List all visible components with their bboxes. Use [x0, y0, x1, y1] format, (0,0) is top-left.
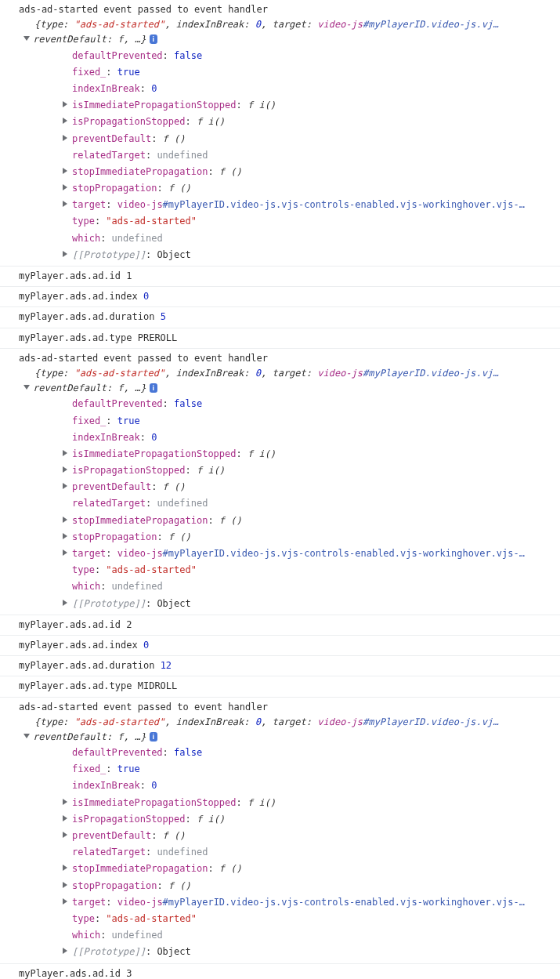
property-row[interactable]: target: video-js#myPlayerID.video-js.vjs…: [63, 546, 560, 562]
property-row[interactable]: indexInBreak: 0: [63, 778, 560, 794]
property-value: Object: [157, 946, 190, 957]
property-row[interactable]: isImmediatePropagationStopped: f i(): [63, 97, 560, 114]
property-row[interactable]: target: video-js#myPlayerID.video-js.vjs…: [63, 894, 560, 911]
property-row[interactable]: indexInBreak: 0: [63, 430, 560, 446]
property-row[interactable]: which: undefined: [63, 927, 560, 944]
expand-icon[interactable]: [63, 832, 67, 838]
expand-icon[interactable]: [63, 135, 67, 141]
property-key: target: [72, 199, 106, 210]
log-entry[interactable]: myPlayer.ads.ad.index 0: [0, 636, 560, 656]
log-entry[interactable]: myPlayer.ads.ad.index 0: [0, 287, 560, 307]
property-value: f (): [219, 515, 242, 526]
property-row[interactable]: preventDefault: f (): [63, 828, 560, 844]
object-summary-line2[interactable]: reventDefault: f, …}i: [19, 730, 560, 745]
property-row[interactable]: isPropagationStopped: f i(): [63, 114, 560, 130]
expand-icon[interactable]: [63, 168, 67, 174]
expand-icon[interactable]: [63, 450, 67, 456]
property-row[interactable]: type: "ads-ad-started": [63, 911, 560, 927]
property-row[interactable]: target: video-js#myPlayerID.video-js.vjs…: [63, 197, 560, 213]
object-summary-line2[interactable]: reventDefault: f, …}i: [19, 32, 560, 47]
info-badge-icon[interactable]: i: [150, 383, 158, 393]
property-row[interactable]: which: undefined: [63, 230, 560, 247]
property-row[interactable]: fixed_: true: [63, 413, 560, 430]
object-summary[interactable]: {type: "ads-ad-started", indexInBreak: 0…: [19, 17, 560, 32]
object-summary[interactable]: {type: "ads-ad-started", indexInBreak: 0…: [19, 715, 560, 730]
property-row[interactable]: stopPropagation: f (): [63, 878, 560, 894]
property-row[interactable]: preventDefault: f (): [63, 479, 560, 495]
property-row[interactable]: indexInBreak: 0: [63, 81, 560, 97]
property-row[interactable]: fixed_: true: [63, 64, 560, 81]
log-entry[interactable]: myPlayer.ads.ad.id 2: [0, 615, 560, 636]
property-value: f (): [168, 880, 191, 891]
property-value: "ads-ad-started": [106, 216, 197, 227]
expand-icon[interactable]: [63, 799, 67, 805]
log-entry-object[interactable]: ads-ad-started event passed to event han…: [0, 698, 560, 964]
property-row[interactable]: isImmediatePropagationStopped: f i(): [63, 446, 560, 462]
property-key: target: [72, 897, 106, 908]
object-summary[interactable]: {type: "ads-ad-started", indexInBreak: 0…: [19, 366, 560, 381]
log-entry[interactable]: myPlayer.ads.ad.type MIDROLL: [0, 676, 560, 697]
info-badge-icon[interactable]: i: [150, 732, 158, 742]
expand-icon[interactable]: [63, 815, 67, 821]
expand-icon[interactable]: [63, 533, 67, 539]
log-entry[interactable]: myPlayer.ads.ad.duration 5: [0, 307, 560, 328]
property-value: f i(): [197, 814, 225, 825]
property-row[interactable]: isPropagationStopped: f i(): [63, 811, 560, 828]
expand-toggle-icon[interactable]: [23, 734, 30, 738]
property-row[interactable]: relatedTarget: undefined: [63, 495, 560, 512]
expand-icon[interactable]: [63, 898, 67, 905]
expand-icon[interactable]: [63, 948, 67, 954]
log-entry-object[interactable]: ads-ad-started event passed to event han…: [0, 0, 560, 267]
log-entry[interactable]: myPlayer.ads.ad.id 3: [0, 964, 560, 980]
property-row[interactable]: fixed_: true: [63, 761, 560, 778]
expand-icon[interactable]: [63, 118, 67, 124]
property-value: f i(): [247, 100, 276, 111]
property-key: [[Prototype]]: [72, 598, 146, 609]
expand-toggle-icon[interactable]: [23, 385, 30, 390]
property-row[interactable]: preventDefault: f (): [63, 131, 560, 147]
expand-icon[interactable]: [63, 549, 67, 556]
expand-icon[interactable]: [63, 517, 67, 523]
property-row[interactable]: [[Prototype]]: Object: [63, 944, 560, 960]
expand-icon[interactable]: [63, 101, 67, 107]
property-row[interactable]: defaultPrevented: false: [63, 396, 560, 412]
property-row[interactable]: stopImmediatePropagation: f (): [63, 861, 560, 877]
property-row[interactable]: relatedTarget: undefined: [63, 844, 560, 861]
property-value: undefined: [157, 847, 208, 858]
property-row[interactable]: type: "ads-ad-started": [63, 213, 560, 230]
expand-icon[interactable]: [63, 201, 67, 207]
property-key: type: [72, 913, 95, 924]
property-row[interactable]: defaultPrevented: false: [63, 48, 560, 64]
property-row[interactable]: which: undefined: [63, 578, 560, 595]
log-entry[interactable]: myPlayer.ads.ad.type PREROLL: [0, 328, 560, 349]
expand-toggle-icon[interactable]: [23, 36, 30, 41]
property-row[interactable]: relatedTarget: undefined: [63, 147, 560, 164]
log-entry-object[interactable]: ads-ad-started event passed to event han…: [0, 349, 560, 615]
property-row[interactable]: isImmediatePropagationStopped: f i(): [63, 795, 560, 811]
property-row[interactable]: stopPropagation: f (): [63, 529, 560, 546]
property-row[interactable]: [[Prototype]]: Object: [63, 596, 560, 612]
expand-icon[interactable]: [63, 483, 67, 489]
expand-icon[interactable]: [63, 251, 67, 257]
property-value: "ads-ad-started": [106, 913, 197, 924]
expand-icon[interactable]: [63, 882, 67, 888]
expand-icon[interactable]: [63, 865, 67, 871]
property-value: f (): [163, 133, 186, 144]
property-value: f i(): [197, 116, 225, 127]
property-row[interactable]: type: "ads-ad-started": [63, 562, 560, 578]
property-row[interactable]: stopImmediatePropagation: f (): [63, 164, 560, 180]
property-row[interactable]: stopImmediatePropagation: f (): [63, 513, 560, 529]
property-row[interactable]: stopPropagation: f (): [63, 180, 560, 197]
expand-icon[interactable]: [63, 600, 67, 606]
property-value: f (): [168, 183, 191, 194]
property-row[interactable]: defaultPrevented: false: [63, 745, 560, 761]
log-entry[interactable]: myPlayer.ads.ad.duration 12: [0, 656, 560, 676]
property-row[interactable]: isPropagationStopped: f i(): [63, 462, 560, 479]
log-entry[interactable]: myPlayer.ads.ad.id 1: [0, 267, 560, 287]
info-badge-icon[interactable]: i: [150, 34, 158, 44]
property-value: 0: [151, 83, 157, 94]
property-row[interactable]: [[Prototype]]: Object: [63, 247, 560, 263]
expand-icon[interactable]: [63, 466, 67, 473]
object-summary-line2[interactable]: reventDefault: f, …}i: [19, 381, 560, 396]
expand-icon[interactable]: [63, 184, 67, 190]
